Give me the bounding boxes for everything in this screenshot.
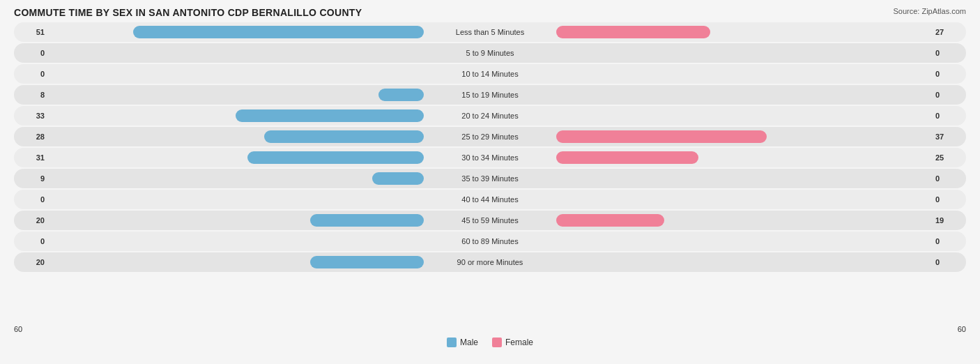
row-label: 90 or more Minutes <box>424 258 556 266</box>
female-value: 27 <box>931 28 966 36</box>
female-value: 37 <box>931 132 966 141</box>
bars-area: 30 to 34 Minutes <box>49 148 931 167</box>
male-bar <box>236 109 424 122</box>
bars-area: 15 to 19 Minutes <box>49 85 931 105</box>
female-bar <box>556 151 698 164</box>
male-value: 31 <box>14 153 49 162</box>
row-label: 20 to 24 Minutes <box>424 112 556 120</box>
bars-area: 20 to 24 Minutes <box>49 106 931 126</box>
bars-area: 45 to 59 Minutes <box>49 211 931 230</box>
chart-row: 010 to 14 Minutes0 <box>14 64 966 84</box>
male-bar <box>372 172 424 185</box>
female-value: 0 <box>931 49 966 57</box>
male-value: 0 <box>14 237 49 245</box>
male-value: 8 <box>14 91 49 99</box>
legend-male-label: Male <box>460 338 478 347</box>
female-bar-side <box>556 85 931 105</box>
male-bar <box>310 256 424 268</box>
female-bar-side <box>556 127 931 146</box>
female-bar-side <box>556 106 931 126</box>
bars-area: 5 to 9 Minutes <box>49 43 931 63</box>
male-bar-side <box>49 64 424 84</box>
axis-right: 60 <box>958 325 966 333</box>
chart-row: 3320 to 24 Minutes0 <box>14 106 966 126</box>
legend: Male Female <box>14 338 966 347</box>
female-bar-side <box>556 43 931 63</box>
row-inner: 040 to 44 Minutes0 <box>14 190 966 209</box>
bars-area: 90 or more Minutes <box>49 252 931 272</box>
row-label: 25 to 29 Minutes <box>424 132 556 141</box>
row-label: 30 to 34 Minutes <box>424 153 556 162</box>
chart-row: 3130 to 34 Minutes25 <box>14 148 966 167</box>
male-bar-side <box>49 190 424 209</box>
row-label: 40 to 44 Minutes <box>424 195 556 204</box>
male-value: 9 <box>14 174 49 183</box>
male-bar <box>133 26 424 38</box>
bars-area: 25 to 29 Minutes <box>49 127 931 146</box>
male-value: 20 <box>14 258 49 266</box>
axis-left: 60 <box>14 325 22 333</box>
chart-row: 935 to 39 Minutes0 <box>14 169 966 188</box>
row-inner: 010 to 14 Minutes0 <box>14 64 966 84</box>
row-label: 60 to 89 Minutes <box>424 237 556 245</box>
row-inner: 2825 to 29 Minutes37 <box>14 127 966 146</box>
male-bar-side <box>49 127 424 146</box>
female-bar-side <box>556 232 931 251</box>
female-bar-side <box>556 148 931 167</box>
row-label: 45 to 59 Minutes <box>424 216 556 225</box>
row-label: 5 to 9 Minutes <box>424 49 556 57</box>
chart-row: 815 to 19 Minutes0 <box>14 85 966 105</box>
row-inner: 05 to 9 Minutes0 <box>14 43 966 63</box>
row-inner: 2090 or more Minutes0 <box>14 252 966 272</box>
male-value: 51 <box>14 28 49 36</box>
row-inner: 3130 to 34 Minutes25 <box>14 148 966 167</box>
male-value: 0 <box>14 49 49 57</box>
chart-row: 2045 to 59 Minutes19 <box>14 211 966 230</box>
female-value: 25 <box>931 153 966 162</box>
male-bar-side <box>49 169 424 188</box>
legend-female: Female <box>492 338 533 347</box>
female-value: 0 <box>931 195 966 204</box>
female-value: 0 <box>931 91 966 99</box>
male-bar-side <box>49 211 424 230</box>
legend-male-box <box>447 338 457 347</box>
bars-area: 35 to 39 Minutes <box>49 169 931 188</box>
male-bar <box>264 130 424 143</box>
axis-labels: 60 60 <box>14 325 966 333</box>
female-bar <box>556 214 664 227</box>
male-bar-side <box>49 22 424 42</box>
legend-male: Male <box>447 338 478 347</box>
male-bar-side <box>49 85 424 105</box>
female-bar-side <box>556 190 931 209</box>
male-bar-side <box>49 148 424 167</box>
male-bar <box>247 151 424 164</box>
chart-title: COMMUTE TIME BY SEX IN SAN ANTONITO CDP … <box>14 7 966 18</box>
male-bar-side <box>49 106 424 126</box>
female-bar <box>556 26 710 38</box>
row-inner: 935 to 39 Minutes0 <box>14 169 966 188</box>
row-inner: 2045 to 59 Minutes19 <box>14 211 966 230</box>
female-value: 0 <box>931 174 966 183</box>
row-inner: 060 to 89 Minutes0 <box>14 232 966 251</box>
chart-container: COMMUTE TIME BY SEX IN SAN ANTONITO CDP … <box>0 0 980 364</box>
male-value: 0 <box>14 195 49 204</box>
chart-area: 51Less than 5 Minutes2705 to 9 Minutes00… <box>14 22 966 322</box>
female-value: 0 <box>931 258 966 266</box>
row-label: 15 to 19 Minutes <box>424 91 556 99</box>
male-bar-side <box>49 43 424 63</box>
male-bar <box>378 89 424 101</box>
male-bar-side <box>49 252 424 272</box>
legend-female-label: Female <box>505 338 533 347</box>
row-label: Less than 5 Minutes <box>424 28 556 36</box>
chart-row: 040 to 44 Minutes0 <box>14 190 966 209</box>
row-inner: 815 to 19 Minutes0 <box>14 85 966 105</box>
chart-row: 05 to 9 Minutes0 <box>14 43 966 63</box>
male-bar <box>310 214 424 227</box>
chart-row: 2825 to 29 Minutes37 <box>14 127 966 146</box>
legend-female-box <box>492 338 502 347</box>
bars-area: 60 to 89 Minutes <box>49 232 931 251</box>
row-inner: 51Less than 5 Minutes27 <box>14 22 966 42</box>
chart-row: 51Less than 5 Minutes27 <box>14 22 966 42</box>
bars-area: 10 to 14 Minutes <box>49 64 931 84</box>
chart-row: 060 to 89 Minutes0 <box>14 232 966 251</box>
